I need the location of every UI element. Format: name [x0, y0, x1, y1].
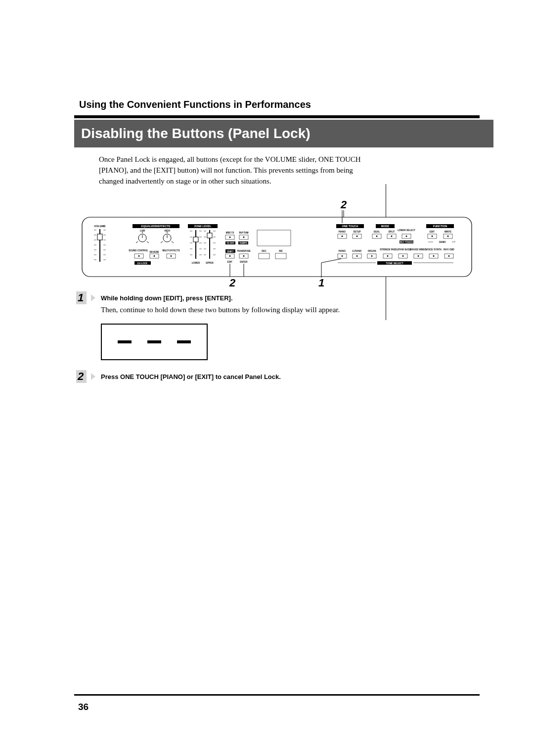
svg-point-113: [391, 236, 393, 237]
svg-text:TONE SELECT: TONE SELECT: [386, 262, 403, 265]
svg-text:TEMPO: TEMPO: [239, 242, 248, 244]
svg-text:KEY TOUCH: KEY TOUCH: [400, 241, 413, 243]
svg-point-146: [418, 255, 419, 257]
svg-point-148: [433, 255, 435, 257]
svg-text:RHY/
GM2: RHY/ GM2: [444, 248, 454, 251]
svg-point-138: [356, 255, 358, 257]
svg-text:SETUP: SETUP: [353, 231, 360, 233]
svg-text:MULTI
EFFECTS: MULTI EFFECTS: [162, 249, 179, 252]
step-number-badge: 2: [76, 370, 92, 383]
svg-text:PIANO: PIANO: [339, 250, 346, 252]
svg-point-101: [342, 236, 343, 237]
svg-text:SPLIT: SPLIT: [389, 231, 395, 233]
svg-text:EDIT: EDIT: [430, 231, 435, 233]
svg-text:STRINGS/
PAD: STRINGS/ PAD: [380, 248, 396, 251]
svg-point-142: [387, 255, 389, 257]
svg-text:TX OFF: TX OFF: [226, 242, 234, 244]
svg-text:LOWER: LOWER: [192, 262, 200, 264]
intro-paragraph: Once Panel Lock is engaged, all buttons …: [99, 154, 366, 187]
svg-text:INC: INC: [279, 250, 283, 252]
svg-text:FUNCTION: FUNCTION: [433, 225, 447, 228]
label-eq-header: EQUALIZER/EFFECTS: [141, 225, 171, 228]
svg-point-73: [229, 236, 231, 238]
svg-text:UPPER: UPPER: [206, 262, 214, 264]
page-body: Using the Convenient Functions in Perfor…: [79, 99, 475, 393]
svg-point-150: [448, 255, 450, 257]
svg-text:RHYTHM: RHYTHM: [239, 232, 248, 234]
svg-rect-94: [275, 253, 286, 259]
step-1-title: While holding down [EDIT], press [ENTER]…: [101, 294, 417, 302]
top-rule: [74, 115, 480, 118]
svg-text:ONE TOUCH: ONE TOUCH: [342, 225, 358, 228]
svg-point-125: [447, 236, 449, 237]
svg-text:MODE: MODE: [381, 225, 390, 228]
svg-text:SOUND
CONTROL: SOUND CONTROL: [129, 249, 148, 252]
svg-point-115: [406, 236, 407, 237]
svg-point-140: [371, 255, 373, 257]
step-2: 2 Press ONE TOUCH [PIANO] or [EXIT] to c…: [79, 373, 475, 380]
svg-point-103: [356, 236, 358, 237]
svg-text:ORGAN: ORGAN: [368, 250, 376, 252]
svg-text:REVERB: REVERB: [150, 251, 160, 253]
svg-point-144: [402, 255, 404, 257]
svg-rect-45: [193, 237, 198, 242]
svg-text:ENTER: ENTER: [240, 261, 248, 263]
svg-text:SHIFT: SHIFT: [227, 250, 234, 253]
svg-point-75: [243, 236, 245, 238]
svg-rect-47: [207, 233, 212, 238]
steps: 1 While holding down [EDIT], press [ENTE…: [79, 294, 475, 380]
svg-point-86: [243, 255, 245, 257]
callout-bottom-left: 2: [229, 277, 236, 287]
svg-text:TRANSPOSE: TRANSPOSE: [237, 250, 251, 252]
svg-text:EX-LOCK: EX-LOCK: [137, 262, 148, 265]
panel-diagram: 2 VOLUME: [79, 198, 475, 287]
svg-text:E.PIANO: E.PIANO: [353, 250, 362, 252]
svg-point-35: [138, 255, 140, 257]
lcd-display-icon: [101, 324, 208, 360]
svg-point-84: [229, 255, 231, 257]
svg-point-123: [432, 236, 433, 237]
svg-rect-93: [259, 253, 269, 259]
callout-bottom-center: 1: [318, 277, 324, 287]
svg-text:LOWER
SELECT: LOWER SELECT: [398, 229, 415, 232]
chapter-heading: Using the Convenient Functions in Perfor…: [79, 99, 475, 110]
step-1: 1 While holding down [EDIT], press [ENTE…: [79, 294, 475, 360]
label-volume: VOLUME: [94, 225, 106, 228]
step-2-title: Press ONE TOUCH [PIANO] or [EXIT] to can…: [101, 373, 417, 380]
step-1-text: Then, continue to hold down these two bu…: [101, 305, 417, 316]
svg-point-39: [171, 255, 172, 257]
svg-rect-3: [97, 234, 102, 240]
svg-point-37: [154, 255, 155, 257]
svg-text:EDIT: EDIT: [227, 261, 233, 263]
svg-text:ZONE LEVEL: ZONE LEVEL: [194, 225, 212, 228]
svg-rect-95: [257, 230, 291, 246]
svg-text:PIANO: PIANO: [339, 231, 346, 233]
svg-text:BRASS/
WINDS: BRASS/ WINDS: [410, 248, 426, 251]
svg-text:VOICE/
SYNTH: VOICE/ SYNTH: [426, 248, 442, 251]
svg-text:DEC: DEC: [262, 250, 267, 252]
svg-point-111: [376, 236, 378, 237]
svg-text:DEMO: DEMO: [439, 241, 446, 243]
svg-text:MIDI TX: MIDI TX: [226, 232, 234, 234]
svg-point-136: [342, 255, 343, 257]
section-title: Disabling the Buttons (Panel Lock): [74, 120, 493, 147]
bottom-rule: [74, 694, 480, 696]
step-number-badge: 1: [76, 291, 92, 304]
svg-text:GUITAR/
BASS: GUITAR/ BASS: [395, 248, 411, 251]
svg-text:WRITE: WRITE: [445, 231, 452, 233]
page-number: 36: [78, 702, 89, 712]
svg-text:DUAL: DUAL: [374, 231, 380, 233]
callout-top: 2: [340, 198, 347, 211]
